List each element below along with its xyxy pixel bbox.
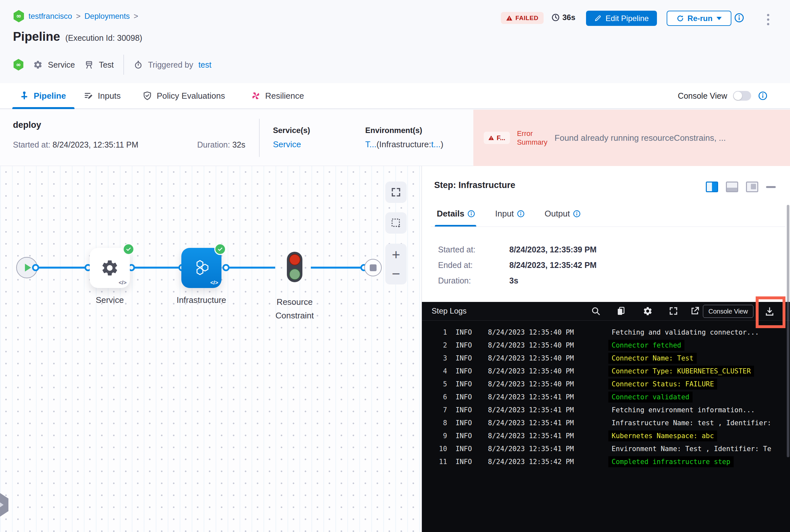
rerun-button[interactable]: Re-run [667,11,731,26]
zoom-in-button[interactable]: + [392,248,400,262]
minimize-panel-button[interactable] [766,186,776,188]
tab-details[interactable]: Details [437,209,475,219]
tab-policy-evaluations[interactable]: Policy Evaluations [143,83,225,109]
log-row: 4INFO8/24/2023 12:35:40 PMConnector Type… [422,365,790,378]
pencil-icon [594,15,602,22]
page-header: testfrancisco > Deployments > Pipeline (… [0,0,790,83]
log-row: 2INFO8/24/2023 12:35:40 PMConnector fetc… [422,339,790,352]
success-check-icon [123,243,134,255]
marquee-select-icon [390,217,402,229]
node-label: Resource Constraint [262,295,328,322]
stage-name: deploy [13,120,41,130]
node-label: Service [84,295,136,305]
infrastructure-link[interactable]: t... [431,139,441,149]
meta-divider [123,55,124,75]
panel-scrollbar[interactable] [787,205,789,457]
play-icon [25,264,31,271]
fullscreen-icon[interactable] [668,306,678,316]
log-settings-gear-icon[interactable] [643,306,653,316]
edit-pipeline-label: Edit Pipeline [605,14,648,23]
meta-environment-name[interactable]: Test [99,60,114,70]
info-icon[interactable] [734,13,744,23]
environment-link[interactable]: T... [365,139,376,149]
log-row: 11INFO8/24/2023 12:35:42 PMCompleted inf… [422,455,790,468]
expand-stages-handle[interactable] [0,492,8,517]
node-infrastructure[interactable]: </> [181,248,221,288]
canvas-zoom-controls: + − [385,244,407,284]
info-icon[interactable] [573,210,581,217]
stop-icon [370,264,376,271]
harness-cd-icon [13,10,24,23]
pipeline-canvas[interactable]: </> Service </> Infrastructure Resource … [0,166,422,532]
tab-resilience[interactable]: Resilience [251,83,304,109]
step-title: Step: Infrastructure [434,180,515,190]
pipeline-icon [19,91,29,101]
environments-label: Environment(s) [365,126,443,135]
edge [129,267,185,269]
service-link[interactable]: Service [273,139,301,149]
console-view-toggle-group: Console View [678,83,751,109]
meta-service-name[interactable]: Service [48,60,75,70]
canvas-fit-view-button[interactable] [385,182,407,203]
copy-icon[interactable] [616,306,626,316]
console-view-button[interactable]: Console View [703,305,753,318]
failed-chip: F... [484,132,510,144]
more-options-menu[interactable] [761,12,774,26]
download-logs-icon[interactable] [765,306,775,317]
clock-icon [551,13,560,22]
failed-chip-text: F... [497,134,506,142]
open-external-icon[interactable] [690,306,700,316]
search-icon[interactable] [591,306,601,316]
edge [32,267,91,269]
services-label: Service(s) [273,126,310,135]
services-column: Service(s) Service [273,126,310,150]
traffic-red-light [289,254,300,265]
tabs-separator [431,227,786,227]
zoom-out-button[interactable]: − [392,267,400,281]
end-node[interactable] [364,259,382,277]
canvas-select-button[interactable] [385,212,407,234]
code-glyph: </> [118,280,127,286]
info-icon[interactable] [467,210,475,217]
total-duration-value: 36s [563,13,575,22]
tab-output[interactable]: Output [545,209,581,219]
breadcrumb-project-link[interactable]: testfrancisco [29,12,72,21]
info-icon[interactable] [517,210,525,217]
page-title-row: Pipeline (Execution Id: 30098) [13,30,142,44]
log-row: 5INFO8/24/2023 12:35:40 PMConnector Stat… [422,378,790,391]
trigger-user-link[interactable]: test [199,60,212,70]
status-badge: FAILED [501,12,544,24]
environment-close-paren: ) [441,139,444,149]
active-tab-underline [12,107,74,109]
view-tabbar: Pipeline Inputs Policy Evaluations Resil… [0,83,790,109]
edge-point [222,264,229,271]
console-view-toggle[interactable] [733,91,751,101]
info-icon[interactable] [758,91,767,100]
tab-inputs[interactable]: Inputs [84,83,121,109]
layout-bottom-split-button[interactable] [726,182,738,192]
log-row: 3INFO8/24/2023 12:35:40 PMConnector Name… [422,352,790,365]
edit-pipeline-button[interactable]: Edit Pipeline [586,11,657,26]
detail-label: Ended at: [438,261,473,270]
edge [311,267,365,269]
stage-started-label: Started at: [13,140,50,149]
execution-meta-row: Service Test Triggered by test [13,54,212,75]
pipeline-execution-page: testfrancisco > Deployments > Pipeline (… [0,0,790,532]
error-summary-zone: F... Error Summary Found already running… [473,110,790,166]
service-gear-icon [100,259,119,277]
tab-pipeline[interactable]: Pipeline [19,83,66,109]
node-service[interactable]: </> [90,248,130,288]
breadcrumb-deployments-link[interactable]: Deployments [85,12,130,21]
stage-duration-value: 32s [232,140,245,149]
node-resource-constraint[interactable] [287,252,302,282]
panel-layout-controls [706,182,776,192]
layout-right-split-button[interactable] [706,182,718,192]
triggered-by-label: Triggered by [148,60,193,70]
layout-floating-button[interactable] [746,182,758,192]
breadcrumb: testfrancisco > Deployments > [13,10,138,23]
environment-infra-text: (Infrastructure: [376,139,431,149]
execution-id: (Execution Id: 30098) [66,33,143,43]
kubernetes-hexagons-icon [191,259,212,277]
code-glyph: </> [210,280,218,286]
tab-input[interactable]: Input [495,209,525,219]
